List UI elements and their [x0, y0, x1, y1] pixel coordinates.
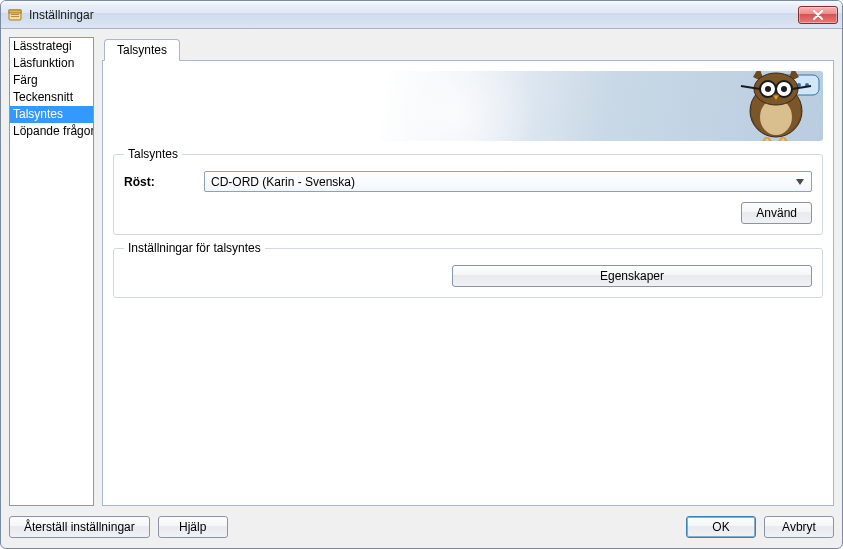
sidebar-item-lopande-fragor[interactable]: Löpande frågor: [10, 123, 93, 140]
window-title: Inställningar: [29, 8, 798, 22]
footer: Återställ inställningar Hjälp OK Avbryt: [9, 506, 834, 540]
sidebar-item-teckensnitt[interactable]: Teckensnitt: [10, 89, 93, 106]
svg-rect-1: [9, 10, 21, 13]
app-icon: [7, 7, 23, 23]
content-area: Talsyntes: [102, 37, 834, 506]
voice-combobox[interactable]: CD-ORD (Karin - Svenska): [204, 171, 812, 192]
reset-button[interactable]: Återställ inställningar: [9, 516, 150, 538]
titlebar: Inställningar: [1, 1, 842, 29]
talsyntes-legend: Talsyntes: [124, 147, 182, 161]
apply-button[interactable]: Använd: [741, 202, 812, 224]
tab-label: Talsyntes: [117, 43, 167, 57]
category-sidebar: Lässtrategi Läsfunktion Färg Teckensnitt…: [9, 37, 94, 506]
svg-point-13: [781, 86, 787, 92]
tts-settings-legend: Inställningar för talsyntes: [124, 241, 265, 255]
help-button[interactable]: Hjälp: [158, 516, 228, 538]
sidebar-item-lasstrategi[interactable]: Lässtrategi: [10, 38, 93, 55]
svg-rect-3: [11, 16, 19, 17]
ok-button-label: OK: [712, 520, 729, 534]
voice-combobox-value: CD-ORD (Karin - Svenska): [211, 175, 793, 189]
apply-row: Använd: [124, 202, 812, 224]
reset-button-label: Återställ inställningar: [24, 520, 135, 534]
title-buttons: [798, 6, 838, 24]
owl-mascot-icon: [735, 71, 817, 141]
properties-button[interactable]: Egenskaper: [452, 265, 812, 287]
talsyntes-group: Talsyntes Röst: CD-ORD (Karin - Svenska): [113, 147, 823, 235]
apply-button-label: Använd: [756, 206, 797, 220]
main-row: Lässtrategi Läsfunktion Färg Teckensnitt…: [9, 37, 834, 506]
tabbar: Talsyntes: [102, 37, 834, 61]
settings-window: Inställningar Lässtrategi Läsfunktion Fä…: [0, 0, 843, 549]
tab-talsyntes[interactable]: Talsyntes: [104, 39, 180, 61]
chevron-down-icon: [793, 179, 807, 185]
properties-button-label: Egenskaper: [600, 269, 664, 283]
voice-label: Röst:: [124, 175, 196, 189]
close-button[interactable]: [798, 6, 838, 24]
sidebar-item-farg[interactable]: Färg: [10, 72, 93, 89]
tts-settings-group: Inställningar för talsyntes Egenskaper: [113, 241, 823, 298]
sidebar-item-talsyntes[interactable]: Talsyntes: [10, 106, 93, 123]
cancel-button[interactable]: Avbryt: [764, 516, 834, 538]
header-banner: [113, 71, 823, 141]
cancel-button-label: Avbryt: [782, 520, 816, 534]
body-area: Lässtrategi Läsfunktion Färg Teckensnitt…: [1, 29, 842, 548]
tab-panel-talsyntes: Talsyntes Röst: CD-ORD (Karin - Svenska): [102, 61, 834, 506]
close-icon: [812, 10, 824, 20]
ok-button[interactable]: OK: [686, 516, 756, 538]
sidebar-item-lasfunktion[interactable]: Läsfunktion: [10, 55, 93, 72]
help-button-label: Hjälp: [179, 520, 206, 534]
svg-point-12: [765, 86, 771, 92]
svg-rect-2: [11, 14, 19, 15]
voice-row: Röst: CD-ORD (Karin - Svenska): [124, 171, 812, 192]
properties-row: Egenskaper: [124, 265, 812, 287]
